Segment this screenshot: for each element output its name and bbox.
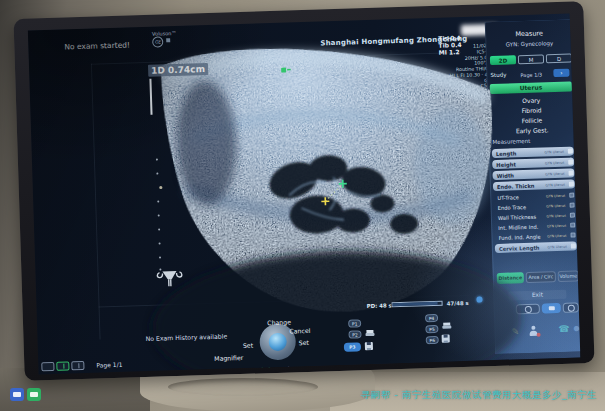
video-app-icon-green: [27, 388, 41, 401]
save-floppy-icon: [365, 342, 373, 350]
cine-progress-fill: [393, 302, 438, 306]
depth-markers: [156, 158, 165, 270]
layout-quad-icon[interactable]: [71, 361, 84, 370]
trackball-label-magnifier: Magnifier: [214, 354, 243, 362]
trackball-label-change: Change: [259, 318, 299, 326]
p6-button[interactable]: P6: [426, 336, 439, 344]
save-floppy-icon: [442, 334, 450, 342]
p4-button[interactable]: P4: [425, 314, 438, 322]
cine-duration-label: PD: 48 s: [367, 302, 392, 309]
ultrasound-screen: No exam started! Voluson™ GE Shanghai Ho…: [28, 14, 581, 375]
cine-total-label: 47/48 s: [447, 300, 469, 307]
video-watermark-text: 寻嗣帮 - 南宁生殖医院做试管费用大概是多少_南宁生: [361, 389, 597, 402]
cine-label: | Cine: [279, 365, 297, 373]
video-app-icon-blue: [10, 388, 24, 401]
layout-dual-icon-selected[interactable]: [56, 361, 69, 370]
p5-button[interactable]: P5: [425, 325, 438, 333]
p3-button[interactable]: P3: [344, 342, 361, 352]
p1-button[interactable]: P1: [348, 319, 361, 327]
ultrasound-image: [28, 14, 581, 375]
trackball-label-set-right: Set: [299, 339, 309, 346]
icon-inner: [30, 392, 38, 397]
trackball-label-set-left: Set: [243, 342, 253, 349]
layout-single-icon[interactable]: [41, 362, 54, 371]
trackball-label-calc-cine: Calc | Cine: [259, 356, 297, 374]
photo-frame: No exam started! Voluson™ GE Shanghai Ho…: [0, 0, 605, 411]
calc-label: Calc: [259, 366, 274, 373]
printer-icon: [365, 330, 374, 337]
uterus-body-marker-icon: [157, 271, 182, 287]
trackball-label-cancel: Cancel: [289, 327, 310, 335]
icon-inner: [13, 392, 21, 397]
page-indicator: Page 1/1: [96, 361, 122, 369]
distance-measurement-label: 1D 0.74cm: [148, 63, 208, 77]
printer-icon: [442, 322, 451, 329]
trackball-ball: [268, 333, 287, 352]
monitor: No exam started! Voluson™ GE Shanghai Ho…: [13, 1, 594, 381]
p2-button[interactable]: P2: [348, 330, 361, 338]
